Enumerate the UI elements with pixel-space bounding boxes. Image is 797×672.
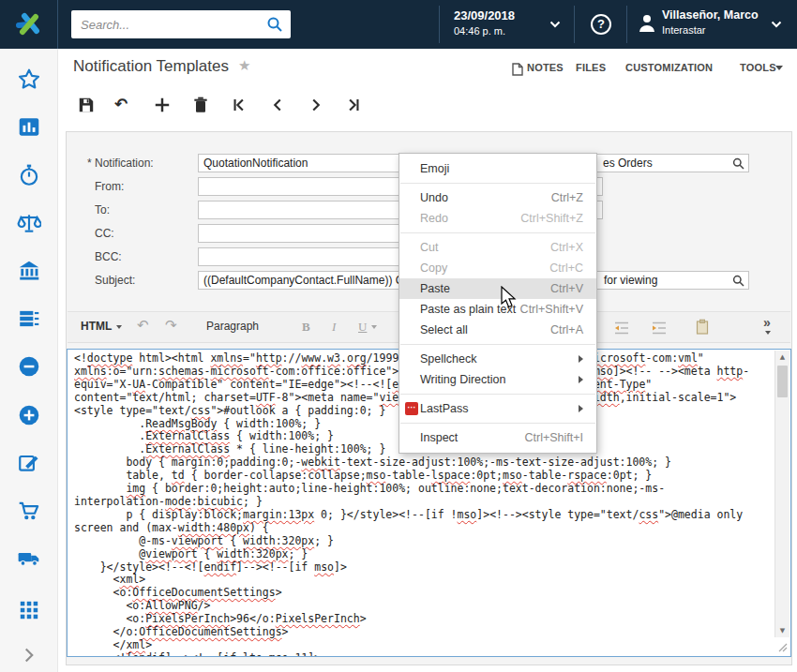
menu-item-spellcheck[interactable]: Spellcheck	[399, 349, 596, 369]
global-search-input[interactable]: Search...	[71, 10, 291, 38]
editor-undo-button[interactable]: ↶	[137, 317, 149, 334]
lastpass-icon: ···	[405, 402, 418, 415]
scroll-up-icon[interactable]: ▲	[775, 351, 789, 364]
code-line: @-ms-viewport { width:320px; }	[74, 535, 769, 548]
menu-item-lastpass[interactable]: ···LastPass	[399, 398, 596, 419]
compose-edit-icon[interactable]	[17, 451, 41, 475]
menu-item-label: Emoji	[420, 158, 449, 179]
date-chevron-down-icon[interactable]	[549, 21, 561, 28]
textarea-resize-grip[interactable]	[776, 641, 788, 652]
next-record-button[interactable]	[307, 96, 325, 114]
menu-separator	[400, 423, 595, 424]
current-date[interactable]: 23/09/2018	[454, 8, 515, 22]
search-placeholder: Search...	[71, 18, 266, 32]
paragraph-style-dropdown[interactable]: Paragraph	[206, 320, 259, 333]
undo-button[interactable]: ↶	[114, 96, 133, 114]
menu-item-label: Writing Direction	[420, 369, 505, 390]
underline-chevron-down-icon	[371, 325, 377, 329]
plus-circle-icon[interactable]	[17, 403, 41, 427]
app-logo[interactable]	[0, 0, 58, 49]
bank-icon[interactable]	[17, 259, 41, 283]
menu-separator	[400, 394, 595, 395]
current-time[interactable]: 04:46 p. m.	[454, 25, 505, 37]
subject-value-start: ((DefaultCompanyContact.FullName)) Co	[203, 274, 410, 287]
editor-mode-chevron-down-icon	[116, 325, 122, 329]
notes-link[interactable]: NOTES	[527, 62, 564, 73]
menu-item-undo[interactable]: UndoCtrl+Z	[399, 187, 596, 208]
previous-record-button[interactable]	[268, 96, 287, 114]
delivery-truck-icon[interactable]	[17, 546, 41, 571]
lookup-icon[interactable]	[732, 157, 744, 170]
lookup-icon[interactable]	[732, 275, 744, 287]
scrollbar-thumb[interactable]	[777, 366, 788, 397]
expand-chevron-icon[interactable]	[17, 643, 41, 667]
editor-mode-dropdown[interactable]: HTML	[81, 320, 112, 333]
from-label: From:	[95, 180, 124, 193]
menu-separator	[400, 344, 595, 345]
code-line: <xml>	[74, 574, 769, 587]
editor-redo-button[interactable]: ↷	[165, 317, 177, 334]
top-bar: Search... 23/09/2018 04:46 p. m. ? Villa…	[0, 0, 797, 49]
code-line: <o:AllowPNG/>	[74, 600, 769, 613]
user-icon[interactable]	[638, 13, 656, 34]
minus-circle-icon[interactable]	[17, 354, 41, 379]
favorites-star-icon[interactable]	[17, 67, 41, 92]
increase-indent-icon[interactable]	[651, 320, 668, 336]
toolbar-overflow-button[interactable]: »	[763, 315, 771, 330]
menu-item-emoji[interactable]: Emoji	[399, 158, 596, 179]
notification-label: * Notification:	[87, 157, 154, 170]
decrease-indent-icon[interactable]	[613, 320, 630, 336]
menu-item-label: Spellcheck	[420, 349, 476, 369]
clipboard-paste-icon[interactable]	[694, 319, 711, 336]
menu-item-label: Cut	[420, 237, 438, 258]
delete-record-button[interactable]	[191, 96, 210, 114]
save-button[interactable]	[77, 96, 96, 114]
user-chevron-down-icon[interactable]	[771, 21, 782, 28]
user-name[interactable]: Villaseñor, Marco	[662, 8, 759, 22]
scroll-down-icon[interactable]: ▼	[775, 624, 789, 637]
customization-link[interactable]: CUSTOMIZATION	[625, 62, 713, 73]
menu-item-select-all[interactable]: Select allCtrl+A	[399, 320, 596, 340]
editor-scrollbar[interactable]: ▲ ▼	[774, 351, 789, 637]
menu-item-inspect[interactable]: InspectCtrl+Shift+I	[399, 427, 596, 448]
submenu-arrow-icon	[579, 376, 583, 383]
notes-icon[interactable]	[512, 63, 523, 76]
menu-item-label: Copy	[420, 258, 447, 278]
add-record-button[interactable]	[153, 96, 172, 114]
submenu-arrow-icon	[579, 405, 583, 412]
menu-item-label: Inspect	[420, 427, 458, 448]
rows-list-icon[interactable]	[17, 306, 41, 331]
scales-icon[interactable]	[17, 211, 41, 235]
menu-item-redo[interactable]: RedoCtrl+Shift+Z	[399, 208, 596, 229]
menu-item-writing-direction[interactable]: Writing Direction	[399, 369, 596, 390]
files-link[interactable]: FILES	[576, 62, 606, 73]
menu-item-label: Redo	[420, 208, 448, 229]
to-label: To:	[95, 203, 110, 217]
menu-item-paste-as-plain-text[interactable]: Paste as plain textCtrl+Shift+V	[399, 299, 596, 320]
last-record-button[interactable]	[344, 96, 363, 114]
code-line: table, td { border-collapse:collapse;mso…	[74, 470, 769, 483]
menu-item-cut[interactable]: CutCtrl+X	[399, 237, 596, 258]
topbar-separator	[439, 6, 440, 43]
menu-item-copy[interactable]: CopyCtrl+C	[399, 258, 596, 278]
menu-shortcut: Ctrl+Shift+I	[524, 427, 583, 448]
favorite-toggle-star-icon[interactable]: ★	[238, 57, 250, 74]
search-icon[interactable]	[266, 16, 283, 33]
bold-button[interactable]: B	[302, 320, 310, 335]
tools-chevron-down-icon	[775, 66, 783, 70]
code-line: img { border:0;height:auto;line-height:1…	[74, 483, 769, 496]
bcc-label: BCC:	[95, 250, 122, 263]
time-stopwatch-icon[interactable]	[17, 163, 41, 187]
tools-link[interactable]: TOOLS	[740, 62, 776, 73]
first-record-button[interactable]	[230, 96, 248, 114]
shopping-cart-icon[interactable]	[17, 499, 41, 523]
submenu-arrow-icon	[579, 355, 583, 363]
menu-shortcut: Ctrl+Shift+V	[520, 299, 583, 320]
help-icon[interactable]: ?	[591, 14, 611, 35]
menu-item-label: LastPass	[420, 398, 468, 419]
underline-button[interactable]: U	[358, 320, 367, 335]
apps-grid-icon[interactable]	[17, 598, 41, 622]
italic-button[interactable]: I	[332, 320, 336, 335]
menu-item-paste[interactable]: PasteCtrl+V	[399, 278, 596, 299]
dashboards-icon[interactable]	[17, 115, 41, 140]
